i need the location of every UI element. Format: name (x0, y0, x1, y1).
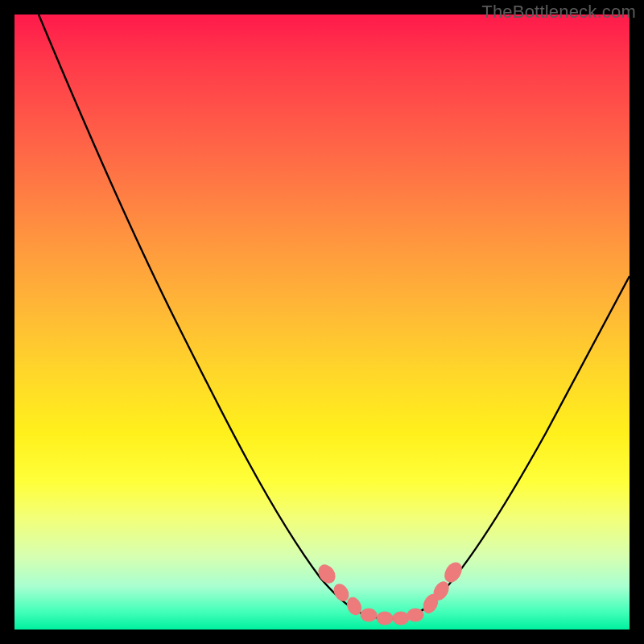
chart-frame: TheBottleneck.com (0, 0, 644, 644)
svg-point-5 (393, 612, 409, 625)
plot-area (14, 14, 630, 630)
svg-point-0 (316, 562, 339, 586)
svg-point-3 (361, 609, 377, 621)
marker-group (316, 559, 465, 625)
svg-point-4 (377, 612, 393, 625)
bottleneck-curve (39, 14, 630, 618)
svg-point-9 (441, 559, 464, 585)
svg-point-6 (407, 609, 423, 621)
curve-svg (14, 14, 630, 630)
